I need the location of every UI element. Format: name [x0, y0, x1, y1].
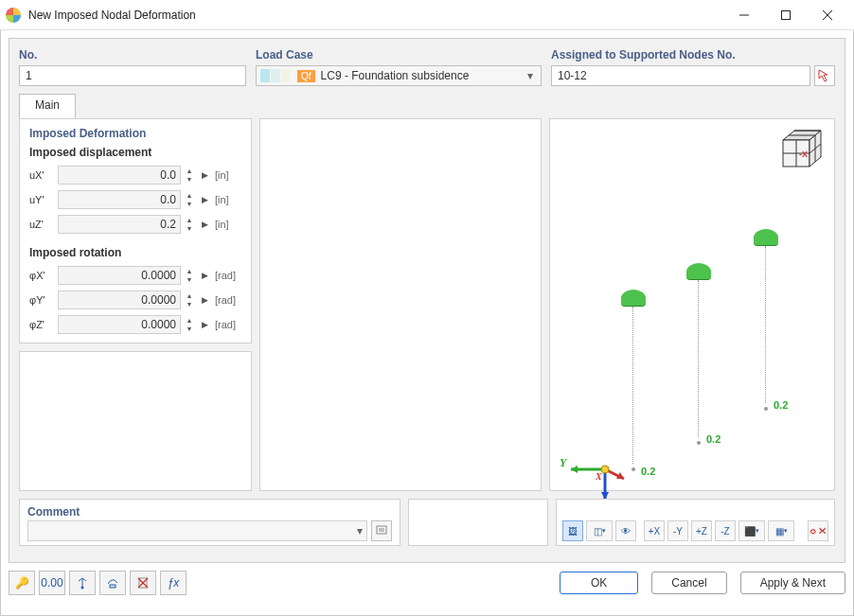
minimize-button[interactable]: [723, 1, 765, 29]
comment-input[interactable]: ▾: [27, 520, 367, 541]
comment-pick-button[interactable]: [371, 520, 392, 541]
phy-unit: [rad]: [215, 294, 241, 306]
ok-button[interactable]: OK: [560, 572, 638, 594]
window-title: New Imposed Nodal Deformation: [28, 9, 723, 22]
ux-spin-down[interactable]: ▼: [185, 175, 194, 184]
app-icon: [6, 8, 21, 23]
uz-row: uZ' 0.2 ▲▼ ▶ [in]: [29, 212, 241, 237]
phz-input[interactable]: 0.0000: [58, 315, 181, 334]
cancel-button[interactable]: Cancel: [651, 572, 726, 594]
uz-spin-down[interactable]: ▼: [185, 224, 194, 233]
phz-row: φZ' 0.0000 ▲▼ ▶ [rad]: [29, 312, 241, 337]
tab-main[interactable]: Main: [19, 94, 76, 118]
view-zp-button[interactable]: +Z: [691, 520, 712, 541]
chevron-down-icon: ▾: [524, 69, 537, 82]
phx-arrow-button[interactable]: ▶: [198, 266, 211, 285]
uy-spin-down[interactable]: ▼: [185, 200, 194, 208]
tool-units-button[interactable]: 0.00: [39, 571, 65, 595]
phy-spin-up[interactable]: ▲: [185, 291, 194, 300]
uz-spin-up[interactable]: ▲: [185, 216, 194, 224]
node-support-2: [686, 263, 711, 280]
node-value-1: 0.2: [641, 466, 655, 477]
view-zm-button[interactable]: -Z: [715, 520, 736, 541]
maximize-button[interactable]: [765, 1, 807, 29]
preview-viewport[interactable]: -X 0.2 0.2 0.2: [549, 118, 835, 491]
svg-rect-21: [377, 526, 386, 534]
phx-input[interactable]: 0.0000: [58, 266, 181, 285]
ux-input[interactable]: 0.0: [58, 166, 181, 185]
uz-arrow-button[interactable]: ▶: [198, 215, 211, 234]
uy-spin-up[interactable]: ▲: [185, 191, 194, 200]
comment-label: Comment: [27, 505, 392, 519]
phx-spin-up[interactable]: ▲: [185, 267, 194, 275]
group-deformation-title: Imposed Deformation: [29, 127, 241, 140]
phy-spin-down[interactable]: ▼: [185, 300, 194, 308]
svg-marker-15: [571, 466, 578, 473]
axis-y-label: Y: [560, 456, 566, 470]
assigned-label: Assigned to Supported Nodes No.: [551, 48, 835, 62]
apply-next-button[interactable]: Apply & Next: [740, 572, 845, 594]
loadcase-swatch: [260, 69, 292, 82]
phz-spin-down[interactable]: ▼: [185, 325, 194, 333]
ux-unit: [in]: [215, 169, 241, 181]
loadcase-value: LC9 - Foundation subsidence: [321, 69, 524, 82]
node-support-3: [754, 229, 778, 246]
tool-a-button[interactable]: [69, 571, 96, 595]
assigned-input[interactable]: 10-12: [551, 65, 810, 86]
uz-label: uZ': [29, 219, 54, 230]
ux-arrow-button[interactable]: ▶: [198, 166, 211, 185]
phx-unit: [rad]: [215, 270, 241, 281]
view-more-select[interactable]: ▦ ▾: [768, 520, 794, 541]
uy-label: uY': [29, 194, 54, 205]
uz-input[interactable]: 0.2: [58, 215, 181, 234]
phz-spin-up[interactable]: ▲: [185, 316, 194, 325]
spare-panel: [408, 499, 548, 546]
view-reset-button[interactable]: ⭘✕: [808, 520, 828, 541]
phx-spin-down[interactable]: ▼: [185, 275, 194, 284]
view-axis-select[interactable]: ⬛ ▾: [738, 520, 765, 541]
chevron-down-icon: ▾: [357, 524, 363, 537]
loadcase-badge: Qf: [297, 70, 315, 82]
rotation-label: Imposed rotation: [29, 246, 241, 259]
tool-key-button[interactable]: 🔑: [9, 571, 35, 595]
tool-restore-button[interactable]: [99, 571, 126, 595]
node-line-1: [632, 307, 633, 464]
displacement-label: Imposed displacement: [29, 146, 241, 159]
ux-label: uX': [29, 169, 54, 181]
svg-rect-25: [110, 585, 116, 588]
no-label: No.: [19, 48, 246, 62]
close-button[interactable]: [807, 1, 848, 29]
tool-formula-button[interactable]: ƒx: [160, 571, 187, 595]
phy-input[interactable]: 0.0000: [58, 290, 181, 309]
phx-row: φX' 0.0000 ▲▼ ▶ [rad]: [29, 263, 241, 288]
phz-arrow-button[interactable]: ▶: [198, 315, 211, 334]
mid-preview-panel: [259, 118, 542, 491]
view-mode-button[interactable]: 🖼: [562, 520, 583, 541]
node-support-1: [621, 290, 646, 307]
ux-spin-up[interactable]: ▲: [185, 167, 194, 175]
ux-row: uX' 0.0 ▲▼ ▶ [in]: [29, 163, 241, 187]
view-cube[interactable]: -X: [775, 127, 825, 176]
uz-unit: [in]: [215, 219, 241, 230]
no-input[interactable]: 1: [19, 65, 246, 86]
tool-delete-button[interactable]: [130, 571, 156, 595]
view-perspective-button[interactable]: 👁: [615, 520, 636, 541]
phy-arrow-button[interactable]: ▶: [198, 290, 211, 309]
phy-row: φY' 0.0000 ▲▼ ▶ [rad]: [29, 288, 241, 312]
phx-label: φX': [29, 270, 54, 281]
uy-row: uY' 0.0 ▲▼ ▶ [in]: [29, 187, 241, 212]
loadcase-select[interactable]: Qf LC9 - Foundation subsidence ▾: [256, 65, 542, 86]
viewport-row: 🖼 ◫ ▾ 👁 +X -Y +Z -Z ⬛ ▾ ▦ ▾ ⭘✕: [556, 499, 835, 546]
uy-arrow-button[interactable]: ▶: [198, 190, 211, 209]
view-ym-button[interactable]: -Y: [667, 520, 688, 541]
node-value-2: 0.2: [706, 433, 721, 445]
uy-input[interactable]: 0.0: [58, 190, 181, 209]
node-2: [697, 441, 701, 445]
uy-unit: [in]: [215, 194, 241, 205]
view-extra-select[interactable]: ◫ ▾: [586, 520, 613, 541]
loadcase-label: Load Case: [256, 48, 542, 62]
svg-text:-X: -X: [799, 150, 808, 159]
phz-label: φZ': [29, 319, 54, 330]
view-xp-button[interactable]: +X: [644, 520, 665, 541]
pick-nodes-button[interactable]: [814, 65, 835, 86]
